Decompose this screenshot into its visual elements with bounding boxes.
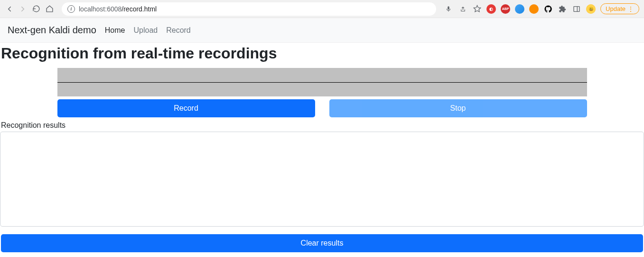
menu-dots-icon: ⋮	[627, 6, 634, 12]
extension-icon-3[interactable]	[515, 4, 524, 14]
back-icon[interactable]	[5, 4, 14, 14]
svg-marker-0	[474, 5, 480, 11]
results-label: Recognition results	[0, 121, 644, 130]
record-button[interactable]: Record	[57, 99, 315, 117]
extension-github-icon[interactable]	[543, 4, 553, 14]
voice-search-icon[interactable]	[444, 4, 453, 14]
bookmark-star-icon[interactable]	[472, 4, 482, 14]
brand[interactable]: Next-gen Kaldi demo	[8, 25, 96, 36]
extension-icon-4[interactable]	[529, 4, 539, 14]
extension-icon-1[interactable]: ◐	[486, 4, 496, 14]
svg-rect-1	[574, 6, 579, 11]
site-info-icon[interactable]: i	[67, 5, 75, 13]
waveform-canvas	[57, 68, 587, 96]
browser-right-icons: ◐ ABP 😃 Update ⋮	[444, 3, 639, 14]
button-row: Record Stop	[57, 99, 587, 117]
extension-abp-icon[interactable]: ABP	[501, 4, 510, 14]
nav-link-record[interactable]: Record	[166, 26, 191, 35]
nav-link-home[interactable]: Home	[105, 26, 125, 35]
side-panel-icon[interactable]	[572, 4, 581, 14]
extensions-icon[interactable]	[558, 4, 567, 14]
stop-button[interactable]: Stop	[329, 99, 587, 117]
address-bar[interactable]: i localhost:6008/record.html	[62, 2, 436, 16]
page-title: Recognition from real-time recordings	[0, 45, 644, 62]
main-container: Record Stop	[52, 68, 593, 117]
forward-icon	[18, 4, 28, 14]
clear-results-button[interactable]: Clear results	[1, 234, 643, 252]
browser-chrome: i localhost:6008/record.html ◐ ABP 😃 Upd…	[0, 0, 644, 18]
update-button[interactable]: Update ⋮	[600, 3, 639, 14]
url-text: localhost:6008/record.html	[79, 5, 157, 13]
home-icon[interactable]	[45, 4, 54, 14]
waveform-baseline	[57, 82, 587, 83]
share-icon[interactable]	[458, 4, 467, 14]
navbar: Next-gen Kaldi demo Home Upload Record	[0, 18, 644, 43]
results-textarea[interactable]	[0, 132, 644, 227]
reload-icon[interactable]	[31, 4, 41, 14]
profile-avatar-icon[interactable]: 😃	[586, 4, 596, 14]
nav-link-upload[interactable]: Upload	[133, 26, 158, 35]
